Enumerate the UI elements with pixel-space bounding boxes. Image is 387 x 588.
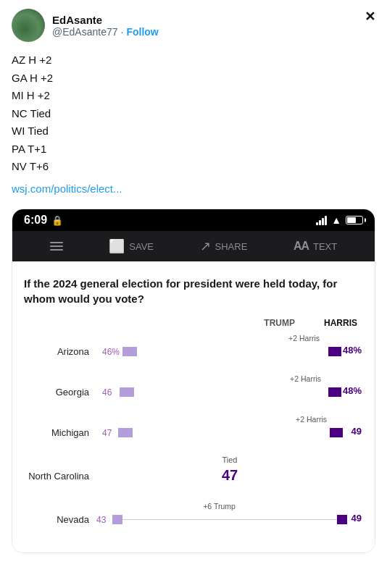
nc-bar: Tied 47 bbox=[96, 454, 363, 497]
tweet-line-wi: WI Tied bbox=[12, 123, 375, 140]
text-icon: AA bbox=[294, 240, 309, 253]
tweet-link[interactable]: wsj.com/politics/elect... bbox=[12, 181, 375, 198]
tweet-body: AZ H +2 GA H +2 MI H +2 NC Tied WI Tied … bbox=[0, 48, 387, 203]
signal-bars-icon bbox=[316, 215, 327, 225]
ga-harris-val: 48% bbox=[343, 385, 362, 396]
status-time: 6:09 🔒 bbox=[24, 214, 63, 227]
hamburger-icon bbox=[50, 242, 63, 251]
az-harris-bar bbox=[328, 347, 341, 356]
dot-separator: · bbox=[121, 26, 124, 38]
menu-button[interactable] bbox=[50, 242, 63, 251]
ga-trump-bar bbox=[120, 387, 134, 397]
chart-headers: TRUMP HARRIS bbox=[24, 318, 363, 328]
wifi-icon: ▲ bbox=[331, 214, 341, 226]
tweet-line-mi: MI H +2 bbox=[12, 88, 375, 104]
mi-trump-val: 47 bbox=[102, 428, 112, 438]
state-label-nevada: Nevada bbox=[24, 514, 96, 525]
table-row: Nevada +6 Trump 43 49 bbox=[24, 500, 363, 538]
az-trump-bar bbox=[122, 347, 137, 356]
mi-trump-bar bbox=[118, 428, 133, 437]
lock-icon: 🔒 bbox=[51, 215, 63, 226]
state-label-michigan: Michigan bbox=[24, 427, 96, 438]
status-icons: ▲ bbox=[316, 214, 363, 226]
tweet-line-nv: NV T+6 bbox=[12, 159, 375, 175]
chart-area: If the 2024 general election for preside… bbox=[12, 261, 375, 553]
nc-tied-num: 47 bbox=[222, 467, 238, 484]
phone-screenshot-card: 6:09 🔒 ▲ bbox=[12, 209, 375, 553]
share-button[interactable]: ↗ SHARE bbox=[200, 238, 248, 254]
chart-col-headers: TRUMP HARRIS bbox=[96, 318, 363, 328]
tweet-line-ga: GA H +2 bbox=[12, 70, 375, 87]
mi-harris-bar bbox=[330, 428, 343, 437]
table-row: Georgia +2 Harris 46 48% bbox=[24, 373, 363, 411]
chart-question: If the 2024 general election for preside… bbox=[24, 276, 363, 306]
tweet-header: EdAsante @EdAsante77 · Follow ✕ bbox=[0, 0, 387, 48]
browser-toolbar: ⬜ SAVE ↗ SHARE AA TEXT bbox=[12, 231, 375, 261]
username-follow: @EdAsante77 · Follow bbox=[52, 26, 159, 38]
tweet-line-nc: NC Tied bbox=[12, 106, 375, 122]
az-harris-val: 48% bbox=[343, 345, 362, 356]
nv-annotation: +6 Trump bbox=[203, 502, 236, 511]
state-label-north-carolina: North Carolina bbox=[24, 471, 96, 482]
nv-trump-bar bbox=[112, 515, 122, 524]
status-bar: 6:09 🔒 ▲ bbox=[12, 209, 375, 231]
table-row: Arizona +2 Harris 46% 48% bbox=[24, 332, 363, 370]
ga-annotation: +2 Harris bbox=[290, 374, 321, 383]
share-icon: ↗ bbox=[200, 238, 211, 254]
trump-column-header: TRUMP bbox=[264, 318, 295, 328]
battery-icon bbox=[346, 216, 363, 224]
display-name: EdAsante bbox=[52, 14, 159, 26]
follow-button[interactable]: Follow bbox=[126, 26, 158, 38]
table-row: Michigan +2 Harris 47 49 bbox=[24, 413, 363, 451]
tweet-container: EdAsante @EdAsante77 · Follow ✕ AZ H +2 … bbox=[0, 0, 387, 553]
az-annotation: +2 Harris bbox=[288, 334, 320, 343]
tweet-header-left: EdAsante @EdAsante77 · Follow bbox=[12, 9, 159, 42]
tweet-line-pa: PA T+1 bbox=[12, 141, 375, 158]
chart-visualization: TRUMP HARRIS Arizona +2 Harris 46% 48% bbox=[24, 318, 363, 538]
nv-connector-line bbox=[122, 519, 337, 520]
table-row: North Carolina Tied 47 bbox=[24, 454, 363, 497]
avatar bbox=[12, 9, 45, 42]
nv-trump-val: 43 bbox=[96, 515, 106, 525]
bookmark-icon: ⬜ bbox=[109, 238, 125, 254]
save-button[interactable]: ⬜ SAVE bbox=[109, 238, 154, 254]
close-icon[interactable]: ✕ bbox=[365, 9, 375, 25]
harris-column-header: HARRIS bbox=[324, 318, 357, 328]
mi-annotation: +2 Harris bbox=[296, 415, 327, 424]
nv-harris-val: 49 bbox=[351, 513, 362, 524]
nevada-bar: +6 Trump 43 49 bbox=[96, 500, 363, 538]
user-info: EdAsante @EdAsante77 · Follow bbox=[52, 14, 159, 38]
michigan-bar: +2 Harris 47 49 bbox=[96, 413, 363, 451]
az-trump-val: 46% bbox=[102, 347, 120, 357]
georgia-bar: +2 Harris 46 48% bbox=[96, 373, 363, 411]
arizona-bar: +2 Harris 46% 48% bbox=[96, 332, 363, 370]
ga-harris-bar bbox=[328, 387, 341, 397]
nv-harris-bar bbox=[337, 515, 347, 524]
text-button[interactable]: AA TEXT bbox=[294, 240, 337, 253]
username: @EdAsante77 bbox=[52, 26, 118, 38]
mi-harris-val: 49 bbox=[351, 426, 362, 437]
state-label-arizona: Arizona bbox=[24, 346, 96, 357]
ga-trump-val: 46 bbox=[102, 387, 112, 398]
nc-tied-label: Tied bbox=[222, 455, 238, 464]
state-label-georgia: Georgia bbox=[24, 387, 96, 398]
tweet-line-az: AZ H +2 bbox=[12, 52, 375, 69]
